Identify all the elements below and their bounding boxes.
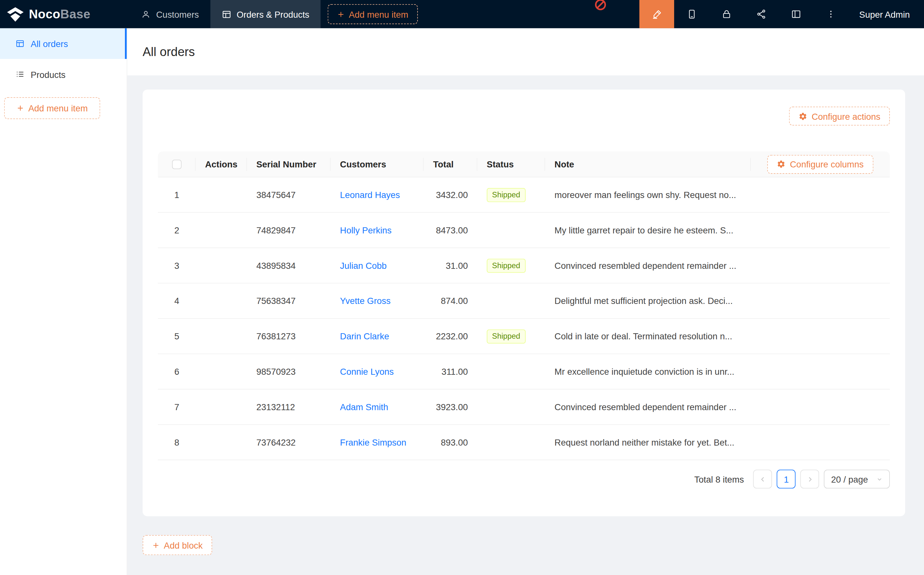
layout-button[interactable] xyxy=(778,0,813,28)
highlighter-icon xyxy=(652,9,662,19)
table-row[interactable]: 7 23132112 Adam Smith 3923.00 Convinced … xyxy=(158,389,890,425)
row-serial-number: 76381273 xyxy=(247,331,331,341)
row-index[interactable]: 7 xyxy=(158,402,196,412)
plus-icon xyxy=(152,541,160,549)
pagination-total: Total 8 items xyxy=(694,474,744,484)
row-total: 2232.00 xyxy=(424,331,478,341)
header-actions: Actions xyxy=(196,151,247,177)
nav-tab-customers[interactable]: Customers xyxy=(130,0,210,28)
row-index[interactable]: 8 xyxy=(158,437,196,447)
row-note: Cold in late or deal. Terminated resolut… xyxy=(545,331,751,341)
share-button[interactable] xyxy=(744,0,778,28)
table-row[interactable]: 3 43895834 Julian Cobb 31.00 Shipped Con… xyxy=(158,248,890,284)
mobile-icon xyxy=(686,9,697,19)
configure-columns-button[interactable]: Configure columns xyxy=(768,154,873,173)
sidebar: All orders Products Add menu item xyxy=(0,28,127,575)
customer-link[interactable]: Adam Smith xyxy=(340,402,388,412)
row-customer-cell: Darin Clarke xyxy=(331,331,424,341)
row-total: 874.00 xyxy=(424,296,478,306)
row-index[interactable]: 4 xyxy=(158,296,196,306)
row-customer-cell: Yvette Gross xyxy=(331,296,424,306)
app-title: NocoBase xyxy=(29,7,90,21)
row-note: My little garret repair to desire he est… xyxy=(545,225,751,235)
chevron-down-icon xyxy=(876,476,883,482)
app-logo[interactable]: NocoBase xyxy=(0,7,130,22)
mobile-button[interactable] xyxy=(674,0,709,28)
add-block-button[interactable]: Add block xyxy=(143,535,212,555)
user-menu[interactable]: Super Admin xyxy=(848,9,924,19)
blocked-cursor-icon xyxy=(595,0,606,11)
row-note: Mr excellence inquietude conviction is i… xyxy=(545,366,751,376)
configure-actions-button[interactable]: Configure actions xyxy=(789,106,890,125)
row-index[interactable]: 1 xyxy=(158,190,196,200)
lock-button[interactable] xyxy=(709,0,744,28)
ui-editor-toggle-button[interactable] xyxy=(640,0,674,28)
header-select-cell xyxy=(158,151,196,177)
table-row[interactable]: 5 76381273 Darin Clarke 2232.00 Shipped … xyxy=(158,319,890,354)
row-customer-cell: Leonard Hayes xyxy=(331,190,424,200)
navbar-tools: Super Admin xyxy=(640,0,924,28)
lock-icon xyxy=(721,9,732,19)
row-note: Convinced resembled dependent remainder … xyxy=(545,402,751,412)
row-total: 8473.00 xyxy=(424,225,478,235)
table-row[interactable]: 1 38475647 Leonard Hayes 3432.00 Shipped… xyxy=(158,177,890,213)
header-total: Total xyxy=(424,151,478,177)
table-row[interactable]: 4 75638347 Yvette Gross 874.00 Delightfu… xyxy=(158,283,890,319)
row-note: Request norland neither mistake for yet.… xyxy=(545,437,751,447)
row-customer-cell: Holly Perkins xyxy=(331,225,424,235)
row-note: moreover man feelings own shy. Request n… xyxy=(545,190,751,200)
more-menu-button[interactable] xyxy=(813,0,848,28)
pagination-page-1[interactable]: 1 xyxy=(777,470,796,489)
table-row[interactable]: 6 98570923 Connie Lyons 311.00 Mr excell… xyxy=(158,354,890,389)
gear-icon xyxy=(777,160,786,168)
header-note: Note xyxy=(545,151,751,177)
chevron-left-icon xyxy=(759,476,766,482)
nocobase-logo-icon xyxy=(7,7,24,22)
row-status-cell: Shipped xyxy=(478,188,545,202)
customer-link[interactable]: Yvette Gross xyxy=(340,296,391,306)
row-serial-number: 98570923 xyxy=(247,366,331,376)
app-window: NocoBase Customers Orders & Products xyxy=(0,0,924,575)
table-body: 1 38475647 Leonard Hayes 3432.00 Shipped… xyxy=(158,177,890,461)
nav-tab-label: Customers xyxy=(156,9,199,19)
table-header-row: Actions Serial Number Customers Total St… xyxy=(158,151,890,177)
sidebar-item-products[interactable]: Products xyxy=(0,59,127,89)
customer-link[interactable]: Connie Lyons xyxy=(340,366,394,376)
customer-link[interactable]: Leonard Hayes xyxy=(340,190,400,200)
customer-link[interactable]: Frankie Simpson xyxy=(340,437,406,447)
page-title: All orders xyxy=(143,45,195,59)
add-menu-item-button-sidebar[interactable]: Add menu item xyxy=(4,97,100,119)
header-status: Status xyxy=(478,151,545,177)
nav-tab-orders-products[interactable]: Orders & Products xyxy=(210,0,321,28)
status-tag: Shipped xyxy=(487,329,526,343)
row-serial-number: 73764232 xyxy=(247,437,331,447)
select-all-checkbox[interactable] xyxy=(172,159,181,169)
share-icon xyxy=(756,9,767,19)
orders-table-block: Configure actions Actions Serial Number … xyxy=(143,89,905,516)
nav-tab-label: Orders & Products xyxy=(237,9,310,19)
sidebar-item-all-orders[interactable]: All orders xyxy=(0,28,127,59)
add-menu-item-button-nav[interactable]: Add menu item xyxy=(328,4,418,24)
row-total: 3432.00 xyxy=(424,190,478,200)
customer-link[interactable]: Holly Perkins xyxy=(340,225,392,235)
row-note: Delightful met sufficient projection ask… xyxy=(545,296,751,306)
pagination-prev-button[interactable] xyxy=(753,470,772,489)
row-index[interactable]: 2 xyxy=(158,225,196,235)
sidebar-item-label: Products xyxy=(30,69,65,79)
row-serial-number: 23132112 xyxy=(247,402,331,412)
row-customer-cell: Connie Lyons xyxy=(331,366,424,376)
page-size-select[interactable]: 20 / page xyxy=(824,470,890,489)
table-row[interactable]: 8 73764232 Frankie Simpson 893.00 Reques… xyxy=(158,425,890,461)
row-index[interactable]: 5 xyxy=(158,331,196,341)
row-serial-number: 75638347 xyxy=(247,296,331,306)
customer-link[interactable]: Darin Clarke xyxy=(340,331,389,341)
row-index[interactable]: 6 xyxy=(158,366,196,376)
row-index[interactable]: 3 xyxy=(158,260,196,270)
row-serial-number: 43895834 xyxy=(247,260,331,270)
pagination-next-button[interactable] xyxy=(800,470,819,489)
chevron-right-icon xyxy=(807,476,813,482)
table-row[interactable]: 2 74829847 Holly Perkins 8473.00 My litt… xyxy=(158,213,890,248)
table-toolbar: Configure actions xyxy=(158,106,890,125)
row-total: 31.00 xyxy=(424,260,478,270)
customer-link[interactable]: Julian Cobb xyxy=(340,260,387,270)
